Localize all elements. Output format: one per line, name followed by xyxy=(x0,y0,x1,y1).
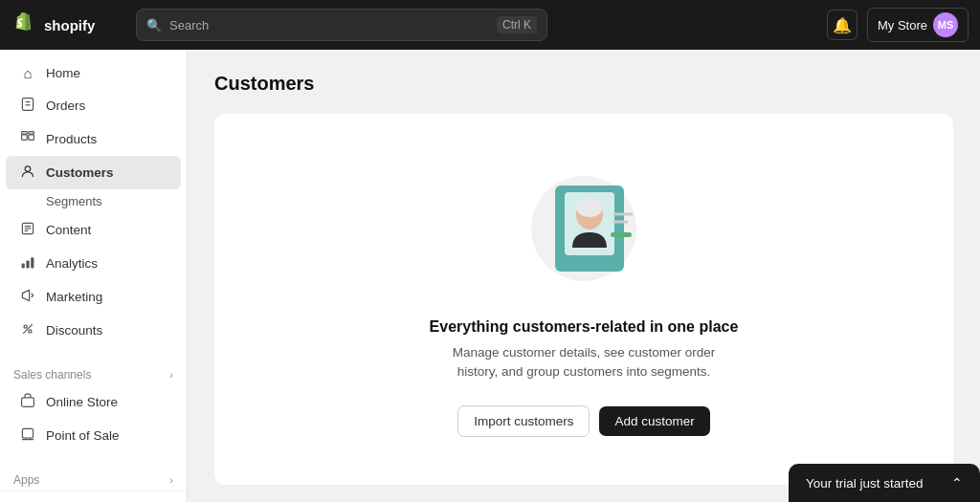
sidebar-discounts-label: Discounts xyxy=(46,323,102,338)
empty-state-card: Everything customers-related in one plac… xyxy=(214,114,953,485)
svg-rect-6 xyxy=(29,132,34,134)
svg-rect-3 xyxy=(22,135,28,141)
sidebar-item-online-store[interactable]: Online Store xyxy=(6,385,181,419)
sales-channels-section: Sales channels › xyxy=(0,359,187,385)
topnav: shopify 🔍 Search Ctrl K 🔔 My Store MS xyxy=(0,0,980,50)
svg-point-7 xyxy=(25,166,31,172)
trial-banner-chevron-icon: ⌃ xyxy=(951,475,963,491)
apps-expand-icon[interactable]: › xyxy=(169,474,173,486)
sidebar-item-content[interactable]: Content xyxy=(6,213,181,247)
notifications-button[interactable]: 🔔 xyxy=(827,10,858,40)
svg-point-28 xyxy=(576,198,603,217)
topnav-right: 🔔 My Store MS xyxy=(827,8,969,42)
empty-state-illustration xyxy=(507,162,660,295)
svg-rect-12 xyxy=(22,264,25,269)
sidebar-customers-label: Customers xyxy=(46,165,114,180)
discounts-icon xyxy=(19,321,36,339)
sidebar-item-home[interactable]: ⌂ Home xyxy=(6,57,181,89)
home-icon: ⌂ xyxy=(19,65,36,81)
sidebar-item-customers[interactable]: Customers xyxy=(6,156,181,189)
sidebar-marketing-label: Marketing xyxy=(46,290,102,304)
search-icon: 🔍 xyxy=(146,18,162,33)
apps-section: Apps › xyxy=(0,464,187,491)
empty-state-subtext: Manage customer details, see customer or… xyxy=(431,343,737,382)
customers-icon xyxy=(19,164,36,182)
sidebar-item-products[interactable]: Products xyxy=(6,122,181,156)
page-title: Customers xyxy=(214,73,953,95)
store-menu-button[interactable]: My Store MS xyxy=(867,8,969,42)
empty-state-heading: Everything customers-related in one plac… xyxy=(430,318,739,336)
svg-rect-19 xyxy=(22,428,33,438)
search-bar[interactable]: 🔍 Search Ctrl K xyxy=(136,9,547,41)
pos-label: Point of Sale xyxy=(46,428,120,443)
marketing-icon xyxy=(19,288,36,306)
analytics-icon xyxy=(19,254,36,273)
pos-icon xyxy=(19,426,36,445)
sidebar-item-discounts[interactable]: Discounts xyxy=(6,314,181,347)
svg-point-16 xyxy=(29,330,32,333)
online-store-icon xyxy=(19,393,36,411)
products-icon xyxy=(19,130,36,148)
svg-rect-5 xyxy=(22,132,28,134)
sidebar-item-point-of-sale[interactable]: Point of Sale xyxy=(6,419,181,452)
apps-label: Apps xyxy=(13,473,39,487)
svg-rect-31 xyxy=(611,232,632,237)
online-store-label: Online Store xyxy=(46,395,118,409)
shopify-logo-icon xyxy=(11,11,38,38)
sidebar-bottom: Settings xyxy=(0,491,187,502)
sidebar-orders-label: Orders xyxy=(46,98,85,113)
import-customers-button[interactable]: Import customers xyxy=(457,405,590,437)
logo-text: shopify xyxy=(44,17,95,33)
svg-rect-4 xyxy=(29,135,34,141)
layout: ⌂ Home Orders Products Customers Segment… xyxy=(0,50,980,502)
sidebar-item-marketing[interactable]: Marketing xyxy=(6,280,181,314)
orders-icon xyxy=(19,97,36,115)
sales-channels-expand-icon[interactable]: › xyxy=(169,369,173,381)
sales-channels-label: Sales channels xyxy=(13,368,91,382)
content-icon xyxy=(19,221,36,239)
add-customer-button[interactable]: Add customer xyxy=(599,406,709,436)
svg-point-15 xyxy=(24,325,27,328)
sidebar-item-settings[interactable]: Settings xyxy=(6,497,181,502)
shopify-logo[interactable]: shopify xyxy=(11,11,126,38)
svg-rect-14 xyxy=(31,257,33,268)
sidebar-item-analytics[interactable]: Analytics xyxy=(6,247,181,280)
sidebar-content-label: Content xyxy=(46,223,91,237)
svg-rect-0 xyxy=(22,98,33,111)
trial-banner[interactable]: Your trial just started ⌃ xyxy=(789,464,980,502)
trial-banner-text: Your trial just started xyxy=(806,476,924,491)
search-shortcut: Ctrl K xyxy=(497,16,537,33)
search-placeholder: Search xyxy=(169,18,489,33)
avatar: MS xyxy=(933,12,958,37)
svg-rect-18 xyxy=(22,398,34,407)
svg-rect-13 xyxy=(26,260,29,268)
sidebar-item-label: Home xyxy=(46,66,80,80)
store-name: My Store xyxy=(878,18,927,33)
sidebar-products-label: Products xyxy=(46,132,97,146)
sidebar-item-orders[interactable]: Orders xyxy=(6,89,181,122)
main-content: Customers xyxy=(188,50,980,502)
sidebar: ⌂ Home Orders Products Customers Segment… xyxy=(0,50,188,502)
sidebar-analytics-label: Analytics xyxy=(46,256,98,271)
sidebar-sub-segments[interactable]: Segments xyxy=(6,189,181,213)
empty-state-actions: Import customers Add customer xyxy=(457,405,710,437)
